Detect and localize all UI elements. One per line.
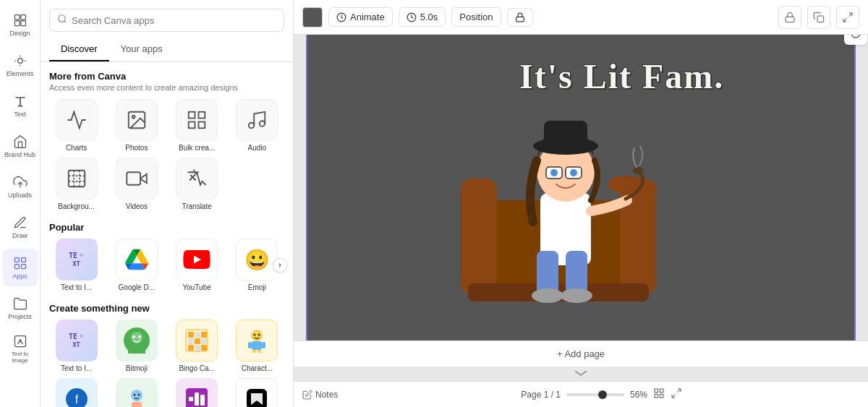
sidebar-item-apps-label: Apps	[12, 273, 27, 280]
create-something-new-section: Create something new TE ✦ XT Text to I..…	[49, 303, 284, 407]
svg-point-4	[17, 58, 22, 63]
lock-button[interactable]	[507, 8, 533, 27]
add-page-bar[interactable]: + Add page	[294, 340, 868, 367]
apps-panel: Discover Your apps More from Canva Acces…	[41, 0, 294, 407]
sidebar-item-text[interactable]: Text	[3, 87, 38, 124]
app-label-google-drive: Google D...	[119, 283, 156, 291]
sidebar-item-apps[interactable]: Apps	[3, 249, 38, 286]
sidebar-item-projects[interactable]: Projects	[3, 289, 38, 327]
app-icon-text-to-image: TE ✦ XT	[56, 239, 98, 280]
svg-rect-6	[14, 257, 19, 262]
app-item-charts[interactable]: Charts	[49, 99, 103, 152]
more-from-canva-section: More from Canva Access even more content…	[49, 71, 284, 210]
sidebar-item-uploads[interactable]: Uploads	[3, 168, 38, 205]
svg-rect-73	[537, 251, 558, 294]
grid-view-button[interactable]	[653, 387, 665, 402]
app-icon-character	[236, 320, 278, 361]
svg-rect-56	[132, 402, 142, 407]
zoom-slider	[566, 393, 624, 396]
svg-rect-86	[660, 389, 663, 393]
svg-point-54	[133, 394, 135, 396]
zoom-track[interactable]	[566, 393, 624, 396]
copy-icon-btn[interactable]	[807, 6, 830, 29]
tab-your-apps[interactable]: Your apps	[109, 38, 174, 61]
app-item-backgrounds[interactable]: Backgrou...	[49, 158, 103, 210]
svg-rect-48	[262, 342, 265, 348]
sidebar-item-brand-hub-label: Brand Hub	[4, 151, 35, 158]
toolbar: Animate 5.0s Position	[294, 0, 868, 35]
lock-icon-btn[interactable]	[778, 6, 801, 29]
svg-point-11	[59, 15, 65, 22]
svg-rect-42	[201, 345, 207, 351]
duration-label: 5.0s	[420, 12, 438, 22]
sidebar-item-projects-label: Projects	[8, 313, 32, 320]
app-item-videos[interactable]: Videos	[109, 158, 163, 210]
expand-icon-btn[interactable]	[836, 6, 859, 29]
zoom-thumb[interactable]	[598, 390, 607, 399]
sidebar-item-design[interactable]: Design	[3, 6, 38, 43]
app-label-text-img-2: Text to I...	[61, 364, 92, 372]
app-item-translate[interactable]: Translate	[170, 158, 224, 210]
svg-point-19	[249, 123, 255, 129]
svg-rect-27	[127, 172, 140, 185]
canvas-refresh-button[interactable]	[844, 35, 867, 45]
svg-rect-64	[516, 17, 524, 21]
popular-scroll-right[interactable]: ›	[273, 258, 287, 273]
sidebar-item-brand-hub[interactable]: Brand Hub	[3, 127, 38, 165]
expand-view-button[interactable]	[671, 387, 682, 401]
app-label-character: Charact...	[242, 364, 273, 372]
svg-rect-3	[20, 20, 25, 25]
canvas-frame[interactable]: It's Lit Fam.	[306, 35, 856, 340]
svg-rect-8	[14, 264, 19, 268]
app-icon-text-img-2: TE ✦ XT	[56, 320, 98, 361]
collapse-handle[interactable]	[294, 367, 868, 381]
popular-title: Popular	[49, 222, 284, 233]
app-item-row2-2[interactable]: Avatar	[109, 378, 163, 407]
svg-rect-47	[248, 342, 252, 348]
popular-section: Popular TE ✦ XT Text to I...	[49, 222, 284, 291]
sidebar-item-text-to-image[interactable]: Text to Image	[3, 330, 38, 367]
app-item-audio[interactable]: Audio	[230, 99, 284, 152]
duration-button[interactable]: 5.0s	[399, 7, 446, 27]
search-input[interactable]	[72, 15, 276, 26]
color-swatch[interactable]	[302, 7, 323, 27]
app-label-videos: Videos	[126, 202, 148, 210]
app-label-charts: Charts	[66, 144, 87, 152]
app-label-translate: Translate	[182, 202, 211, 210]
svg-rect-17	[189, 122, 195, 129]
app-item-photos[interactable]: Photos	[109, 99, 163, 152]
search-icon	[57, 14, 67, 27]
app-item-character[interactable]: Charact...	[230, 320, 284, 372]
app-item-bingo[interactable]: Bingo Ca...	[170, 320, 224, 372]
animate-button[interactable]: Animate	[328, 7, 393, 27]
svg-point-82	[550, 169, 558, 176]
position-button[interactable]: Position	[451, 7, 501, 27]
app-item-youtube[interactable]: YouTube	[170, 239, 224, 291]
app-item-row2-1[interactable]: f Facebook	[49, 378, 103, 407]
app-item-bulk-create[interactable]: Bulk crea...	[170, 99, 224, 152]
app-item-bitmoji[interactable]: Bitmoji	[109, 320, 163, 372]
notes-button[interactable]: Notes	[302, 390, 338, 400]
app-label-backgrounds: Backgrou...	[58, 202, 95, 210]
app-item-row2-3[interactable]: QR Code	[170, 378, 224, 407]
more-from-canva-grid: Charts Photos	[49, 99, 284, 210]
svg-point-44	[254, 334, 256, 336]
svg-rect-34	[188, 332, 194, 338]
search-input-wrapper[interactable]	[49, 9, 284, 32]
svg-rect-58	[189, 397, 193, 401]
svg-rect-87	[655, 394, 658, 398]
sidebar-item-draw[interactable]: Draw	[3, 208, 38, 246]
tab-discover[interactable]: Discover	[49, 38, 109, 61]
app-item-text-img-2[interactable]: TE ✦ XT Text to I...	[49, 320, 103, 372]
svg-rect-36	[201, 332, 207, 338]
sidebar-item-uploads-label: Uploads	[8, 192, 32, 199]
svg-rect-60	[200, 395, 205, 406]
app-item-row2-4[interactable]: Mockup	[230, 378, 284, 407]
app-item-google-drive[interactable]: Google D...	[109, 239, 163, 291]
svg-rect-40	[188, 345, 194, 351]
sidebar-item-elements[interactable]: Elements	[3, 46, 38, 84]
app-icon-row2-3	[176, 378, 218, 407]
create-grid: TE ✦ XT Text to I...	[49, 320, 284, 407]
app-icon-photos	[116, 99, 158, 141]
app-item-text-to-image[interactable]: TE ✦ XT Text to I...	[49, 239, 103, 291]
